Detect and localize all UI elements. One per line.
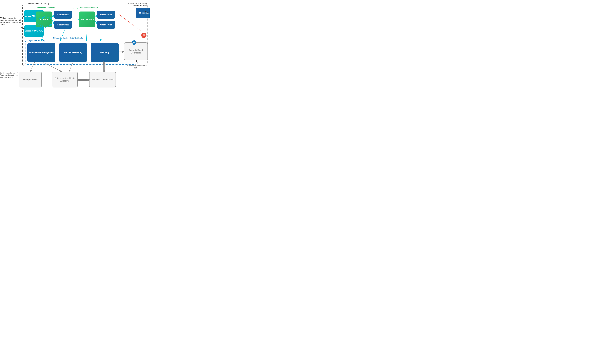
container-orchestration: Container Orchestration [89,72,116,88]
restrict-note: Restrict self-registration of nodes outs… [124,2,147,7]
diagram: Service Mesh Boundary System Boundary Ap… [0,0,150,91]
enterprise-dns: Enterprise DNS [19,72,42,88]
sidecar-proxy-1: Side Car Proxy [36,11,52,27]
sidecar-proxy-2: Side Car Proxy [79,11,95,27]
microservice-3: Microservice [97,11,115,19]
microservice-2: Microservice [54,21,72,29]
service-mesh-boundary-label: Service Mesh Boundary [27,2,50,5]
enterprise-ca: Enterprise Certificate Authority [52,72,78,88]
service-mesh-management: Service Mesh Management [27,43,55,62]
app-boundary-1-label: Application Boundary [36,6,56,8]
microservice-4: Microservice [97,21,115,29]
x-circle-icon: ✕ [141,33,147,38]
control-plane-note: Service Mesh Control Plane must integrat… [0,72,19,79]
telemetry: Telemetry [91,43,119,62]
app-boundary-2-label: Application Boundary [79,6,99,8]
metadata-directory: Metadata Directory [59,43,87,62]
system-boundary-label: System Boundary [28,39,46,41]
microservice-outside: Microservice [136,8,150,18]
telemetry-siem-note: Telemetry data provided into SIEM [125,65,147,69]
microservice-1: Microservice [54,11,72,19]
api-gateway-note: API Gateways provide aggregated point of… [0,17,22,26]
security-event-monitoring: Security Event Monitoring [124,42,148,60]
shield-icon [132,40,136,45]
